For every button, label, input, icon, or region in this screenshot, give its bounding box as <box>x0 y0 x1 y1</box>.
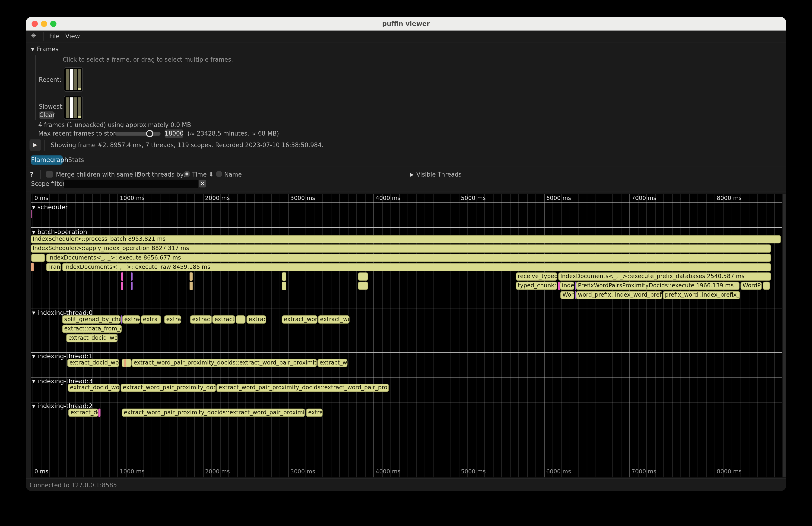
scope-bar[interactable]: extract::data_from_ob <box>62 325 122 333</box>
scope-bar[interactable] <box>122 359 131 367</box>
scope-marker[interactable] <box>121 272 123 280</box>
visible-threads-toggle[interactable]: ▶Visible Threads <box>410 171 462 178</box>
ruler-label-bottom: 4000 ms <box>376 468 401 475</box>
menu-item-file[interactable]: File <box>49 33 60 40</box>
scope-marker[interactable] <box>558 281 560 290</box>
scope-bar[interactable]: extract_docid_word <box>66 334 117 342</box>
scope-bar[interactable]: extract_word_pair_proximity_docids <box>121 384 216 392</box>
scope-bar[interactable]: extract <box>122 316 140 324</box>
scope-marker[interactable] <box>190 272 192 280</box>
collapse-triangle-icon: ▼ <box>32 379 35 383</box>
scope-marker[interactable] <box>31 210 32 218</box>
scope-bar[interactable]: IndexDocuments<_, _>::execute_raw 8459.1… <box>62 263 771 271</box>
scope-bar[interactable] <box>763 281 770 290</box>
flamegraph-panel[interactable]: 0 ms0 ms1000 ms1000 ms2000 ms2000 ms3000… <box>31 194 786 478</box>
scope-marker[interactable] <box>121 316 122 324</box>
menu-divider <box>43 32 43 41</box>
scope-marker[interactable] <box>31 263 33 271</box>
max-recent-note: (≈ 23428.5 minutes, ≈ 68 MB) <box>187 130 279 137</box>
max-recent-slider-knob[interactable] <box>146 130 153 137</box>
thread-label: batch-operation <box>37 228 87 235</box>
section-separator <box>31 227 782 228</box>
collapse-triangle-icon: ▼ <box>32 354 35 359</box>
scope-bar[interactable]: index <box>560 281 575 290</box>
scope-bar[interactable]: extrac <box>164 316 181 324</box>
clear-button[interactable]: Clear <box>39 111 54 119</box>
scope-bar[interactable] <box>358 281 368 290</box>
menu-item-view[interactable]: View <box>66 33 80 40</box>
scope-bar[interactable]: extract_docid_word <box>68 359 119 367</box>
scrollbar-track[interactable] <box>782 194 785 478</box>
help-button[interactable]: ? <box>30 171 33 178</box>
scope-bar[interactable]: extract <box>247 316 266 324</box>
thread-header-batch-operation[interactable]: ▼batch-operation <box>32 228 87 235</box>
scope-bar[interactable]: extract_word_pair_proximity_docids::extr… <box>216 384 389 392</box>
scope-bar[interactable]: IndexScheduler>::process_batch 8953.821 … <box>31 235 781 243</box>
scope-marker[interactable] <box>282 281 286 290</box>
scope-marker[interactable] <box>121 281 123 290</box>
scope-bar[interactable]: prefix_word::index_prefix_wo <box>663 291 740 299</box>
theme-toggle-icon[interactable]: ✳ <box>31 32 36 39</box>
thread-header-indexing-thread-0[interactable]: ▼indexing-thread:0 <box>32 309 93 316</box>
scope-bar[interactable]: WordPr <box>741 281 762 290</box>
merge-children-label: Merge children with same ID <box>56 171 141 178</box>
play-button[interactable]: ▶ <box>29 139 41 151</box>
scope-bar[interactable]: split_grenad_by_chun <box>62 316 121 324</box>
sort-radio-time[interactable] <box>184 171 190 177</box>
section-separator <box>31 352 782 352</box>
app-window: puffin viewer ✳ FileView ▼Frames Click t… <box>26 17 786 491</box>
thread-header-indexing-thread-3[interactable]: ▼indexing-thread:3 <box>32 377 93 384</box>
frame-bar-stripe <box>66 97 70 118</box>
thread-header-indexing-thread-2[interactable]: ▼indexing-thread:2 <box>32 402 93 409</box>
scope-bar[interactable] <box>358 272 368 280</box>
ruler-label-top: 2000 ms <box>205 195 230 201</box>
scope-marker[interactable] <box>190 281 192 290</box>
thread-header-scheduler[interactable]: ▼scheduler <box>32 203 68 210</box>
ruler-label-top: 8000 ms <box>717 195 742 201</box>
tab-stats[interactable]: Stats <box>68 155 85 164</box>
frames-hint: Click to select a frame, or drag to sele… <box>62 56 233 63</box>
scope-marker[interactable] <box>124 359 126 367</box>
scope-bar[interactable]: extract_ <box>212 316 235 324</box>
tab-flamegraph[interactable]: Flamegraph <box>31 155 62 164</box>
frames-section-header[interactable]: ▼Frames <box>31 46 58 53</box>
scope-bar[interactable]: extract_docid_word <box>68 384 119 392</box>
slowest-frame-thumbnail[interactable] <box>64 96 83 120</box>
ruler-label-top: 5000 ms <box>461 195 486 201</box>
scope-marker[interactable] <box>131 272 132 280</box>
scope-bar[interactable]: extrac <box>306 409 323 417</box>
scope-bar[interactable]: Word <box>560 291 574 299</box>
scope-bar[interactable]: receive_typed_ <box>516 272 557 280</box>
scope-bar[interactable]: IndexDocuments<_, _>::execute_prefix_dat… <box>558 272 771 280</box>
scope-bar[interactable]: word_prefix::index_word_prefix_ <box>576 291 662 299</box>
collapsed-triangle-icon: ▶ <box>410 172 414 177</box>
scope-filter-input[interactable] <box>64 179 198 188</box>
scope-bar[interactable]: IndexDocuments<_, _>::execute 8656.677 m… <box>46 253 771 262</box>
scope-filter-clear-button[interactable]: ✕ <box>199 179 206 188</box>
connection-status: Connected to 127.0.0.1:8585 <box>29 482 117 489</box>
max-recent-value[interactable]: 18000 <box>165 130 183 138</box>
scope-bar[interactable]: typed_chunk::w <box>516 281 557 290</box>
scope-bar[interactable]: Trans <box>46 263 61 271</box>
scope-marker[interactable] <box>99 409 101 417</box>
scope-bar[interactable]: extract_word_pair_proximity_docids::extr… <box>122 409 305 417</box>
scope-bar[interactable]: extract_word_pair_proximity_docids::extr… <box>132 359 317 367</box>
scope-marker[interactable] <box>282 272 286 280</box>
max-recent-slider[interactable] <box>115 132 161 136</box>
scope-bar[interactable] <box>31 253 45 262</box>
scope-bar[interactable]: extra <box>141 316 161 324</box>
thread-header-indexing-thread-1[interactable]: ▼indexing-thread:1 <box>32 352 93 360</box>
scope-bar[interactable]: extract_word <box>282 316 318 324</box>
frame-bar-stripe <box>73 97 77 118</box>
sort-radio-name[interactable] <box>216 171 222 177</box>
scope-bar[interactable] <box>236 316 245 324</box>
merge-children-checkbox[interactable] <box>46 171 53 177</box>
scope-bar[interactable]: PrefixWordPairsProximityDocids::execute … <box>576 281 739 290</box>
scope-bar[interactable]: extract_wo <box>318 316 349 324</box>
scope-bar[interactable]: extract_doc <box>68 409 99 417</box>
scope-bar[interactable]: extract_wo <box>318 359 348 367</box>
scope-bar[interactable]: extract_ <box>190 316 212 324</box>
scope-bar[interactable]: IndexScheduler>::apply_index_operation 8… <box>31 244 771 252</box>
scope-marker[interactable] <box>131 281 132 290</box>
recent-frame-thumbnail[interactable] <box>64 68 83 92</box>
